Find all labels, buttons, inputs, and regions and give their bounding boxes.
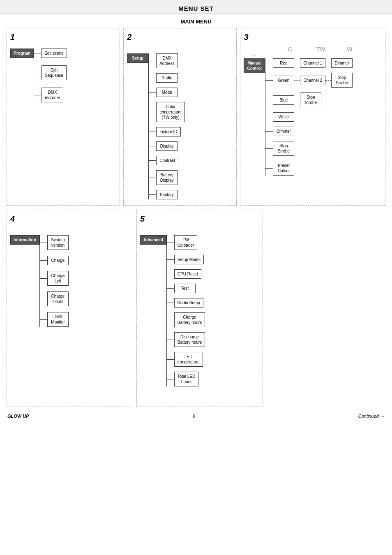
sec1-child-1: EditSequence xyxy=(42,65,67,80)
sec4-child-4: DMXMonitor xyxy=(47,312,69,327)
col-tw-label: TW xyxy=(307,46,334,53)
sec5-root: Advanced xyxy=(140,235,166,245)
sec5-child-3: Test xyxy=(174,284,196,293)
sec3-c-presetcolors: PresetColors xyxy=(273,161,294,176)
sec3-tw-ch2: Channel 2 xyxy=(300,76,325,85)
section-5-number: 5 xyxy=(140,214,259,224)
sec3-c-dimmer: Dimmer xyxy=(273,127,294,136)
sec3-w-dimmer: Dimmer xyxy=(331,58,353,68)
sec2-child-2: Mode xyxy=(156,88,178,97)
sec2-child-8: Factory xyxy=(156,190,178,199)
sec5-child-6: DischargeBattery hours xyxy=(174,332,205,347)
sec4-child-1: Charge xyxy=(47,256,69,265)
sec3-c-red: Red xyxy=(273,58,294,68)
sec3-c-stopstrobe: StopStrobe xyxy=(273,141,294,156)
section-1-tree: Program Edit scene EditSequ xyxy=(10,46,116,102)
section-2-number: 2 xyxy=(127,32,233,42)
sec2-child-5: Display xyxy=(156,141,178,151)
sec3-c-white: White xyxy=(273,112,294,122)
sec4-child-0: Systemversion xyxy=(47,235,69,250)
section-3-number: 3 xyxy=(244,32,382,42)
sec2-child-4: Fixture ID xyxy=(156,127,180,136)
sec5-child-2: CPU Reset xyxy=(174,269,201,279)
sec3-col-headers: C TW W xyxy=(277,46,382,53)
bottom-sections-row: 4 Information Systemversion Charge xyxy=(0,210,392,407)
sec1-root: Program xyxy=(10,49,34,58)
section-3: 3 C TW W ManualControl Red xyxy=(240,28,385,206)
page-footer: GLOW UP 8 Continued → xyxy=(0,411,392,421)
sec2-child-1: Radio xyxy=(156,73,178,83)
sec5-child-4: Radio Setup xyxy=(174,298,203,308)
sec4-child-3: ChargeHours xyxy=(47,291,69,306)
section-5: 5 Advanced FWUploader Setup Model xyxy=(136,210,263,407)
sec5-child-0: FWUploader xyxy=(174,235,198,250)
sec4-root: Information xyxy=(10,235,39,245)
sec3-tw-ch1: Channel 1 xyxy=(300,58,325,68)
sec3-c-green: Green xyxy=(273,76,294,85)
sec3-root: ManualControl xyxy=(244,58,265,73)
sec5-child-1: Setup Model xyxy=(174,255,204,264)
continued-label: Continued → xyxy=(358,414,385,419)
page-title: MENU SET xyxy=(178,5,214,12)
sec2-child-7: BatteryDisplay xyxy=(156,170,178,185)
sec2-child-3: Colortemperature(TW only) xyxy=(156,102,185,122)
sec2-child-0: DMXAddress xyxy=(156,53,178,68)
col-c-label: C xyxy=(277,46,303,53)
section-4-number: 4 xyxy=(10,214,129,224)
sec5-child-7: LEDtemperature xyxy=(174,352,203,367)
sec1-child-2: DMXrecorder xyxy=(42,88,63,102)
sec3-w-stopstrobe: StopStrobe xyxy=(331,73,353,88)
top-sections-row: 1 Program Edit scene xyxy=(0,28,392,206)
page-header: MENU SET xyxy=(0,0,392,14)
main-menu-title: MAIN MENU xyxy=(0,14,392,28)
sec3-tw-stopstrobe: StopStrobe xyxy=(300,92,321,107)
sec1-child-0: Edit scene xyxy=(41,49,67,58)
section-2: 2 Setup DMXAddress Radio xyxy=(123,28,237,206)
section-4: 4 Information Systemversion Charge xyxy=(7,210,133,407)
sec2-child-6: Contrast xyxy=(156,156,178,165)
sec5-child-8: Total LEDhours xyxy=(174,372,198,386)
brand-label: GLOW UP xyxy=(7,414,29,419)
section-1-number: 1 xyxy=(10,32,116,42)
sec5-child-5: ChargeBattery hours xyxy=(174,312,205,327)
sec3-c-blue: Blue xyxy=(273,95,294,105)
sec4-child-2: ChargeLeft xyxy=(47,271,69,286)
col-w-label: W xyxy=(338,46,361,53)
empty-section xyxy=(266,210,385,407)
page-number: 8 xyxy=(192,414,195,419)
sec2-root: Setup xyxy=(127,53,148,63)
section-1: 1 Program Edit scene xyxy=(7,28,120,206)
